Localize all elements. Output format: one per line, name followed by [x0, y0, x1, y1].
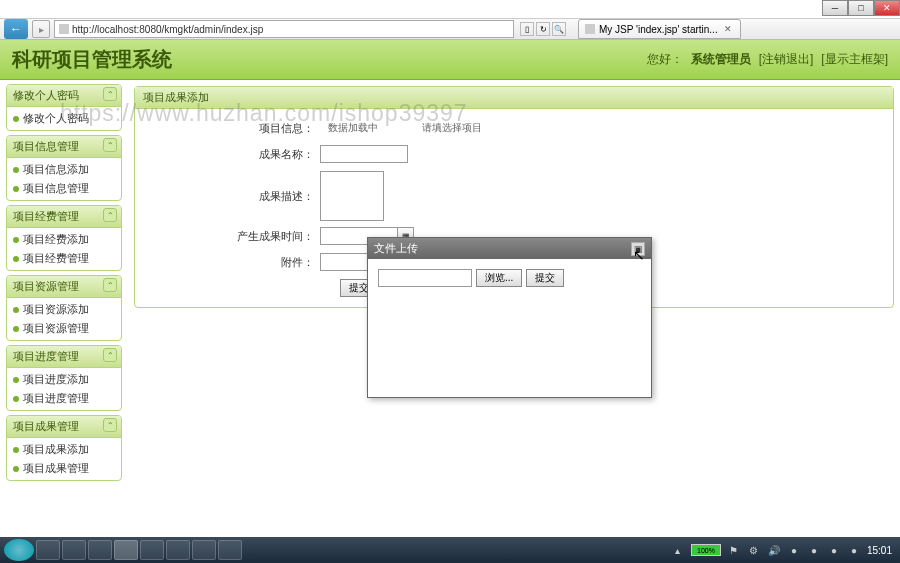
- label-result-time: 产生成果时间：: [145, 229, 320, 244]
- collapse-icon[interactable]: ⌃: [103, 418, 117, 432]
- task-item[interactable]: [218, 540, 242, 560]
- task-item[interactable]: [192, 540, 216, 560]
- upload-dialog: 文件上传 ▣ 浏览... 提交: [367, 237, 652, 398]
- label-result-name: 成果名称：: [145, 147, 320, 162]
- tray-up-icon[interactable]: ▴: [671, 543, 685, 557]
- tray-icon[interactable]: 🔊: [767, 543, 781, 557]
- browser-tab[interactable]: My JSP 'index.jsp' startin... ✕: [578, 19, 741, 39]
- refresh-button[interactable]: ↻: [536, 22, 550, 36]
- sidebar-item-project-fund-manage[interactable]: 项目经费管理: [7, 249, 121, 268]
- refresh-link[interactable]: [显示主框架]: [821, 51, 888, 68]
- task-item[interactable]: [140, 540, 164, 560]
- task-item[interactable]: [166, 540, 190, 560]
- greeting: 您好：: [647, 51, 683, 68]
- sidebar-item-project-progress-manage[interactable]: 项目进度管理: [7, 389, 121, 408]
- browse-button[interactable]: 浏览...: [476, 269, 522, 287]
- task-item[interactable]: [62, 540, 86, 560]
- sidebar-item-change-password[interactable]: 修改个人密码: [7, 109, 121, 128]
- sidebar-item-project-fund-add[interactable]: 项目经费添加: [7, 230, 121, 249]
- window-close[interactable]: ✕: [874, 0, 900, 16]
- form-title: 项目成果添加: [135, 87, 893, 109]
- stop-button[interactable]: ▯: [520, 22, 534, 36]
- tray-icon[interactable]: ●: [807, 543, 821, 557]
- panel-header-project-progress[interactable]: 项目进度管理 ⌃: [7, 346, 121, 368]
- page-icon: [59, 24, 69, 34]
- logout-link[interactable]: [注销退出]: [759, 51, 814, 68]
- tray-icon[interactable]: ⚑: [727, 543, 741, 557]
- window-minimize[interactable]: ─: [822, 0, 848, 16]
- collapse-icon[interactable]: ⌃: [103, 87, 117, 101]
- collapse-icon[interactable]: ⌃: [103, 278, 117, 292]
- task-item[interactable]: [88, 540, 112, 560]
- sidebar-item-project-info-add[interactable]: 项目信息添加: [7, 160, 121, 179]
- username: 系统管理员: [691, 51, 751, 68]
- dialog-submit-button[interactable]: 提交: [526, 269, 564, 287]
- panel-header-project-info[interactable]: 项目信息管理 ⌃: [7, 136, 121, 158]
- sidebar-item-project-resource-manage[interactable]: 项目资源管理: [7, 319, 121, 338]
- url-text: http://localhost:8080/kmgkt/admin/index.…: [72, 24, 263, 35]
- panel-header-project-result[interactable]: 项目成果管理 ⌃: [7, 416, 121, 438]
- tab-label: My JSP 'index.jsp' startin...: [599, 24, 718, 35]
- window-maximize[interactable]: □: [848, 0, 874, 16]
- hint-select: 请填选择项目: [422, 121, 482, 135]
- task-item[interactable]: [36, 540, 60, 560]
- forward-button[interactable]: ▸: [32, 20, 50, 38]
- taskbar: ▴ 100% ⚑ ⚙ 🔊 ● ● ● ● 15:01: [0, 537, 900, 563]
- tray-icon[interactable]: ●: [827, 543, 841, 557]
- sidebar-item-project-result-manage[interactable]: 项目成果管理: [7, 459, 121, 478]
- sidebar: 修改个人密码 ⌃ 修改个人密码 项目信息管理 ⌃ 项目信息添加 项目信息管理 项…: [0, 80, 128, 537]
- tray-icon[interactable]: ●: [847, 543, 861, 557]
- sidebar-item-project-resource-add[interactable]: 项目资源添加: [7, 300, 121, 319]
- dialog-close-button[interactable]: ▣: [631, 242, 645, 256]
- textarea-result-desc[interactable]: [320, 171, 384, 221]
- input-result-name[interactable]: [320, 145, 408, 163]
- hint-loading: 数据加载中: [328, 121, 378, 135]
- sidebar-item-project-info-manage[interactable]: 项目信息管理: [7, 179, 121, 198]
- sidebar-item-project-progress-add[interactable]: 项目进度添加: [7, 370, 121, 389]
- dialog-title-text: 文件上传: [374, 241, 418, 256]
- dialog-titlebar[interactable]: 文件上传 ▣: [368, 238, 651, 259]
- collapse-icon[interactable]: ⌃: [103, 348, 117, 362]
- collapse-icon[interactable]: ⌃: [103, 138, 117, 152]
- tab-icon: [585, 24, 595, 34]
- panel-header-project-resource[interactable]: 项目资源管理 ⌃: [7, 276, 121, 298]
- task-item[interactable]: [114, 540, 138, 560]
- tray-icon[interactable]: ●: [787, 543, 801, 557]
- collapse-icon[interactable]: ⌃: [103, 208, 117, 222]
- app-header: 科研项目管理系统 您好： 系统管理员 [注销退出] [显示主框架]: [0, 40, 900, 80]
- label-project-info: 项目信息：: [145, 121, 320, 136]
- browser-toolbar: ← ▸ http://localhost:8080/kmgkt/admin/in…: [0, 18, 900, 40]
- start-button[interactable]: [4, 539, 34, 561]
- back-button[interactable]: ←: [4, 19, 28, 39]
- app-title: 科研项目管理系统: [12, 46, 172, 73]
- tray-icon[interactable]: ⚙: [747, 543, 761, 557]
- file-input[interactable]: [378, 269, 472, 287]
- battery-indicator[interactable]: 100%: [691, 544, 721, 556]
- label-result-desc: 成果描述：: [145, 171, 320, 204]
- clock[interactable]: 15:01: [867, 545, 892, 556]
- panel-header-project-fund[interactable]: 项目经费管理 ⌃: [7, 206, 121, 228]
- label-attachment: 附件：: [145, 255, 320, 270]
- tab-close[interactable]: ✕: [722, 24, 734, 34]
- panel-header-password[interactable]: 修改个人密码 ⌃: [7, 85, 121, 107]
- address-bar[interactable]: http://localhost:8080/kmgkt/admin/index.…: [54, 20, 514, 38]
- sidebar-item-project-result-add[interactable]: 项目成果添加: [7, 440, 121, 459]
- search-button[interactable]: 🔍: [552, 22, 566, 36]
